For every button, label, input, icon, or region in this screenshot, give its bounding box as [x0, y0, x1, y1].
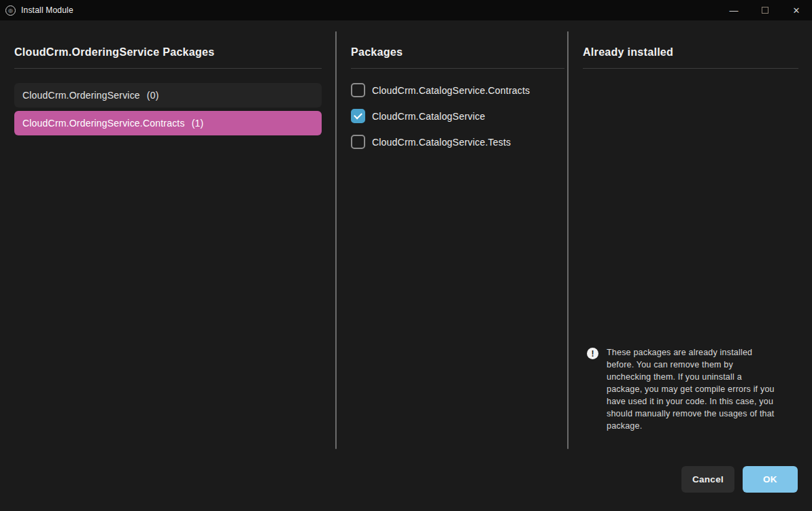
- package-label: CloudCrm.CatalogService.Contracts: [372, 85, 530, 96]
- module-item-count: (0): [147, 90, 159, 101]
- already-installed-note: ! These packages are already installed b…: [587, 346, 785, 432]
- module-item-count: (1): [192, 118, 204, 129]
- left-panel-header: CloudCrm.OrderingService Packages: [14, 46, 214, 59]
- maximize-icon: [762, 7, 768, 14]
- check-icon: [354, 111, 362, 120]
- titlebar: ◎ Install Module — ✕: [0, 0, 812, 20]
- right-column-separator: [567, 31, 569, 449]
- package-row-catalogservice[interactable]: CloudCrm.CatalogService: [351, 109, 485, 123]
- app-icon: ◎: [5, 5, 16, 16]
- cancel-button[interactable]: Cancel: [681, 466, 734, 493]
- window-controls: — ✕: [718, 0, 812, 20]
- minimize-button[interactable]: —: [718, 0, 749, 20]
- left-column-separator: [335, 31, 337, 449]
- left-header-divider: [14, 68, 322, 69]
- maximize-button[interactable]: [749, 0, 781, 20]
- package-row-catalogservice-tests[interactable]: CloudCrm.CatalogService.Tests: [351, 135, 511, 149]
- checkbox-unchecked-icon[interactable]: [351, 83, 365, 97]
- module-item-orderingservice[interactable]: CloudCrm.OrderingService (0): [14, 83, 322, 108]
- package-label: CloudCrm.CatalogService: [372, 111, 485, 122]
- checkbox-unchecked-icon[interactable]: [351, 135, 365, 149]
- checkbox-checked-icon[interactable]: [351, 109, 365, 123]
- ok-button[interactable]: OK: [743, 466, 798, 493]
- module-item-label: CloudCrm.OrderingService.Contracts: [22, 118, 185, 129]
- installed-panel-header: Already installed: [583, 46, 673, 59]
- module-item-orderingservice-contracts[interactable]: CloudCrm.OrderingService.Contracts (1): [14, 111, 322, 135]
- package-row-catalogservice-contracts[interactable]: CloudCrm.CatalogService.Contracts: [351, 83, 530, 97]
- close-button[interactable]: ✕: [781, 0, 812, 20]
- install-module-dialog: ◎ Install Module — ✕ CloudCrm.OrderingSe…: [0, 0, 812, 511]
- module-item-label: CloudCrm.OrderingService: [22, 90, 140, 101]
- installed-header-divider: [583, 68, 798, 69]
- window-title: Install Module: [21, 5, 73, 15]
- note-text: These packages are already installed bef…: [607, 346, 775, 432]
- info-icon: !: [587, 348, 598, 359]
- packages-panel-header: Packages: [351, 46, 403, 59]
- package-label: CloudCrm.CatalogService.Tests: [372, 137, 511, 148]
- packages-header-divider: [351, 68, 564, 69]
